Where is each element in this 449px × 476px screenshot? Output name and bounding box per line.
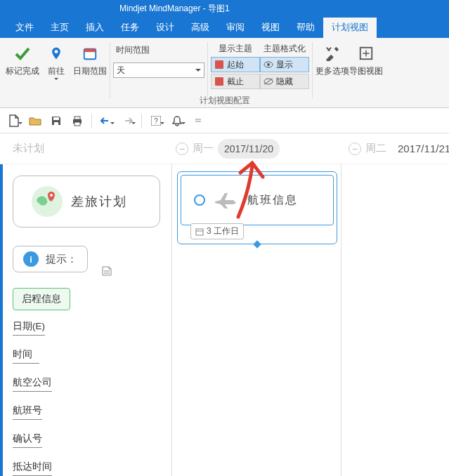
- hint-text: 提示：: [46, 253, 77, 266]
- travel-plan-card[interactable]: 差旅计划: [13, 176, 160, 227]
- calendar-icon: [82, 45, 98, 62]
- menu-review[interactable]: 审阅: [218, 18, 253, 38]
- calendar-end-icon: [214, 77, 224, 86]
- field-confirm-no[interactable]: 确认号: [13, 432, 42, 448]
- collapse-day2-button[interactable]: −: [349, 143, 361, 155]
- travel-plan-title: 差旅计划: [71, 193, 127, 210]
- wrench-icon: [324, 45, 341, 62]
- time-range-group: 时间范围 天: [113, 42, 204, 78]
- day2-name: 周二: [365, 142, 386, 155]
- title-bar: Mindjet MindManager - 导图1: [0, 0, 449, 17]
- svg-point-17: [50, 194, 53, 197]
- svg-rect-18: [196, 229, 203, 235]
- save-button[interactable]: [46, 111, 66, 131]
- column-divider: [171, 164, 172, 476]
- quick-toolbar: ?: [0, 108, 449, 133]
- svg-rect-13: [74, 122, 80, 126]
- new-file-button[interactable]: [4, 111, 24, 131]
- app-title: Mindjet MindManager - 导图1: [119, 3, 230, 15]
- svg-rect-10: [54, 122, 58, 125]
- eye-off-icon: [263, 77, 273, 86]
- circle-icon: [194, 194, 205, 206]
- separator: [141, 114, 142, 128]
- show-button[interactable]: 显示: [260, 57, 309, 72]
- ribbon-footer-label: 计划视图配置: [0, 95, 449, 106]
- flight-info-inner: 航班信息: [181, 175, 334, 225]
- day1-name: 周一: [193, 142, 214, 155]
- calendar-small-icon: [195, 227, 204, 236]
- field-list: 日期(E) 时间 航空公司 航班号 确认号 抵达时间: [13, 320, 52, 476]
- open-file-button[interactable]: [25, 111, 45, 131]
- separator: [207, 42, 208, 98]
- menu-help[interactable]: 帮助: [288, 18, 323, 38]
- more-options-button[interactable]: 更多选项: [315, 42, 349, 77]
- svg-point-5: [267, 63, 270, 66]
- work-days-badge[interactable]: 3 工作日: [190, 223, 244, 239]
- departure-info-button[interactable]: 启程信息: [13, 288, 70, 310]
- time-range-label: 时间范围: [113, 45, 204, 55]
- eye-icon: [263, 60, 273, 70]
- redo-button[interactable]: [117, 111, 137, 131]
- svg-rect-9: [53, 117, 59, 120]
- time-range-dropdown[interactable]: 天: [113, 62, 204, 78]
- help-dropdown-button[interactable]: ?: [146, 111, 166, 131]
- svg-rect-3: [215, 77, 223, 86]
- collapse-day1-button[interactable]: −: [176, 143, 188, 155]
- mark-complete-button[interactable]: 标记完成: [6, 42, 39, 77]
- mindmap-view-button[interactable]: 导图视图: [349, 42, 383, 77]
- menu-view[interactable]: 视图: [253, 18, 288, 38]
- topic-format-label: 主题格式化: [260, 44, 309, 54]
- date-range-button[interactable]: 日期范围: [73, 42, 107, 77]
- topic-format-group: 主题格式化 显示 隐藏: [260, 42, 309, 89]
- info-icon: i: [23, 251, 39, 267]
- unplanned-label: 未计划: [13, 142, 44, 155]
- ribbon: 标记完成 前往 日期范围 时间范围 天 显示主题 起始 截止 主题格式化 显示: [0, 38, 449, 108]
- field-airline[interactable]: 航空公司: [13, 376, 52, 392]
- expand-handle-icon[interactable]: [253, 240, 261, 248]
- hide-button[interactable]: 隐藏: [260, 74, 309, 89]
- menu-insert[interactable]: 插入: [77, 18, 112, 38]
- svg-text:?: ?: [154, 117, 158, 125]
- overflow-button[interactable]: [188, 111, 208, 131]
- svg-rect-2: [215, 60, 223, 69]
- field-arrival-time[interactable]: 抵达时间: [13, 461, 52, 476]
- start-button[interactable]: 起始: [211, 57, 260, 72]
- canvas[interactable]: 差旅计划 航班信息 3 工作日 i 提示： 启程信息 日期(E) 时间 航空公司…: [0, 164, 449, 476]
- column-divider: [341, 164, 341, 476]
- menu-design[interactable]: 设计: [148, 18, 183, 38]
- field-flight-no[interactable]: 航班号: [13, 404, 42, 420]
- menu-bar: 文件 主页 插入 任务 设计 高级 审阅 视图 帮助 计划视图: [0, 17, 449, 38]
- menu-task[interactable]: 任务: [112, 18, 148, 38]
- separator: [91, 114, 92, 128]
- airplane-icon: [214, 192, 239, 209]
- mindmap-icon: [358, 45, 375, 62]
- menu-plan-view[interactable]: 计划视图: [323, 18, 377, 38]
- bell-button[interactable]: [167, 111, 187, 131]
- show-topic-group: 显示主题 起始 截止: [211, 42, 260, 89]
- deadline-button[interactable]: 截止: [211, 74, 260, 89]
- flight-info-title: 航班信息: [247, 193, 298, 208]
- calendar-start-icon: [214, 60, 224, 70]
- date-pill[interactable]: 2017/11/20: [218, 139, 280, 159]
- svg-rect-1: [84, 49, 96, 53]
- menu-advanced[interactable]: 高级: [183, 18, 218, 38]
- undo-button[interactable]: [96, 111, 116, 131]
- note-icon[interactable]: [101, 265, 112, 277]
- separator: [312, 42, 313, 98]
- menu-home[interactable]: 主页: [42, 18, 77, 38]
- hint-card[interactable]: i 提示：: [13, 246, 88, 272]
- separator: [110, 42, 110, 98]
- menu-file[interactable]: 文件: [7, 18, 42, 38]
- day2-date: 2017/11/21: [398, 143, 449, 154]
- field-date[interactable]: 日期(E): [13, 320, 45, 336]
- check-icon: [14, 45, 31, 62]
- goto-button[interactable]: 前往: [39, 42, 73, 82]
- show-topic-label: 显示主题: [211, 44, 260, 54]
- field-time[interactable]: 时间: [13, 348, 39, 364]
- print-button[interactable]: [67, 111, 87, 131]
- globe-pin-icon: [32, 186, 63, 217]
- flight-info-card[interactable]: 航班信息 3 工作日: [177, 171, 337, 244]
- calendar-header: 未计划 − 周一 2017/11/20 − 周二 2017/11/21: [0, 133, 449, 164]
- chevron-down-icon: [54, 78, 58, 82]
- svg-rect-12: [74, 117, 80, 119]
